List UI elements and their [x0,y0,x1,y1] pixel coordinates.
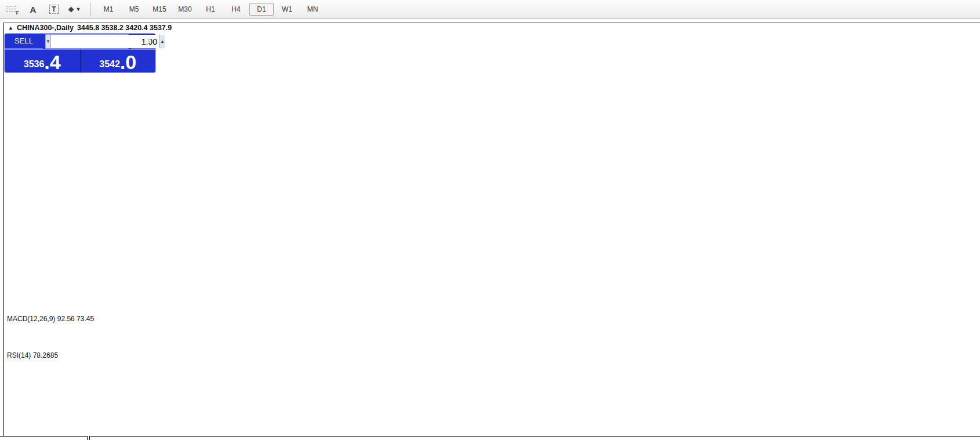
timeframe-h1[interactable]: H1 [198,3,223,16]
chart-title: ▲ CHINA300-,Daily 3445.8 3538.2 3420.4 3… [8,24,172,32]
chart-window [3,23,980,437]
timeframe-m30[interactable]: M30 [173,3,197,16]
ask-price[interactable]: 3542.0 [81,49,156,72]
timeframe-mn[interactable]: MN [300,3,325,16]
bid-price[interactable]: 3536.4 [5,49,81,72]
chart-tab[interactable] [0,436,88,440]
shapes-icon[interactable]: ▼ [66,2,84,16]
macd-label: MACD(12,26,9) 92.56 73.45 [7,315,94,323]
rsi-label: RSI(14) 78.2685 [7,351,58,359]
chart-tabs-bar [0,436,980,440]
volume-decrease-button[interactable]: ▼ [46,35,51,48]
one-click-trade-panel: SELL ▼ ▲ BUY 3536.4 3542.0 [5,34,155,72]
ohlc-values: 3445.8 3538.2 3420.4 3537.9 [77,24,172,32]
toolbar-separator [90,2,91,16]
text-label-icon[interactable]: T [45,2,63,16]
fibonacci-icon[interactable]: F [3,2,21,16]
timeframe-m15[interactable]: M15 [147,3,172,16]
timeframe-d1[interactable]: D1 [249,3,274,16]
chart-tabs-area[interactable] [89,436,980,440]
volume-box: ▼ ▲ [45,34,129,49]
sell-button[interactable]: SELL [5,34,43,49]
collapse-triangle-icon[interactable]: ▲ [8,25,13,31]
timeframe-h4[interactable]: H4 [224,3,248,16]
timeframe-m5[interactable]: M5 [122,3,146,16]
volume-increase-button[interactable]: ▲ [159,35,165,48]
buy-button[interactable]: BUY [131,34,155,49]
text-icon[interactable]: A [24,2,42,16]
timeframe-w1[interactable]: W1 [275,3,299,16]
timeframe-buttons: M1M5M15M30H1H4D1W1MN [96,3,325,16]
timeframe-m1[interactable]: M1 [96,3,121,16]
toolbar: F A T ▼ M1M5M15M30H1H4D1W1MN [0,0,980,19]
symbol-period-label: CHINA300-,Daily [17,24,74,32]
